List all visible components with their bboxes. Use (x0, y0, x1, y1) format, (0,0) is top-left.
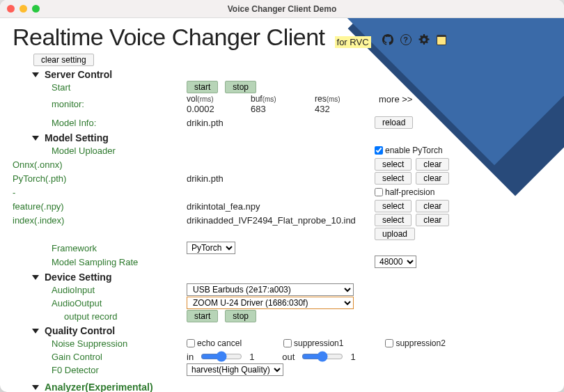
noise-suppression-label: Noise Suppression (13, 338, 187, 349)
stop-button[interactable]: stop (225, 81, 256, 93)
section-title-analyzer: Analyzer(Experimental) (45, 382, 153, 392)
clear-setting-button[interactable]: clear setting (33, 54, 94, 66)
app-window: Voice Changer Client Demo Realtime Voice… (0, 0, 564, 392)
subtitle-badge: for RVC (335, 36, 371, 48)
reload-button[interactable]: reload (375, 116, 413, 129)
chevron-down-icon[interactable] (32, 136, 39, 141)
framework-select[interactable]: PyTorch (187, 242, 235, 254)
onnx-clear-button[interactable]: clear (416, 158, 449, 171)
section-title-model: Model Setting (45, 132, 109, 143)
output-record-label: output record (13, 311, 187, 322)
f0-detector-label: F0 Detector (13, 365, 187, 375)
echo-cancel-checkbox[interactable] (187, 339, 195, 347)
buf-value: 683 (251, 104, 306, 114)
onnx-select-button[interactable]: select (375, 158, 412, 171)
audio-input-select[interactable]: USB Earbuds (2e17:a003) (187, 283, 354, 296)
start-label: Start (13, 82, 187, 93)
audio-input-label: AudioInput (13, 285, 187, 295)
window-title: Voice Changer Client Demo (0, 4, 564, 14)
pytorch-label: PyTorch(.pth) (13, 173, 187, 184)
pytorch-select-button[interactable]: select (375, 172, 412, 185)
model-info-label: Model Info: (13, 118, 187, 128)
feature-value: drikintotal_fea.npy (187, 201, 375, 212)
record-stop-button[interactable]: stop (225, 310, 256, 322)
trash-icon[interactable] (437, 35, 446, 45)
index-value: drikinadded_IVF2494_Flat_nprobe_10.ind (187, 215, 375, 226)
upload-button[interactable]: upload (375, 228, 415, 240)
pytorch-value: drikin.pth (187, 173, 375, 184)
gain-in-label: in (187, 352, 194, 362)
record-start-button[interactable]: start (187, 310, 218, 322)
chevron-down-icon[interactable] (32, 275, 39, 280)
page-title: Realtime Voice Changer Client (13, 24, 325, 51)
index-label: index(.index) (13, 215, 187, 226)
f0-detector-select[interactable]: harvest(High Quality) (187, 363, 283, 376)
res-header: res(ms) (315, 94, 370, 104)
suppression2-checkbox[interactable] (385, 339, 393, 347)
audio-output-label: AudioOutput (13, 298, 187, 308)
gain-control-label: Gain Control (13, 352, 187, 362)
model-uploader-label: Model Uploader (13, 146, 187, 156)
minimize-icon[interactable] (19, 5, 27, 13)
onnx-label: Onnx(.onnx) (13, 159, 187, 170)
more-link[interactable]: more >> (379, 94, 412, 104)
sampling-rate-select[interactable]: 48000 (375, 256, 416, 268)
chevron-down-icon[interactable] (32, 329, 39, 334)
feature-select-button[interactable]: select (375, 200, 412, 212)
monitor-label: monitor: (13, 99, 187, 109)
github-icon[interactable] (382, 34, 393, 45)
pytorch-clear-button[interactable]: clear (416, 172, 449, 185)
feature-clear-button[interactable]: clear (416, 200, 449, 212)
section-title-device: Device Setting (45, 272, 111, 283)
help-icon[interactable]: ? (400, 34, 412, 45)
gain-out-value: 1 (350, 352, 355, 362)
half-precision-checkbox[interactable] (375, 188, 383, 196)
index-select-button[interactable]: select (375, 214, 412, 226)
section-title-server: Server Control (45, 69, 112, 80)
buf-header: buf(ms) (251, 94, 306, 104)
suppression1-checkbox[interactable] (283, 339, 292, 347)
audio-output-select[interactable]: ZOOM U-24 Driver (1686:030f) (187, 297, 354, 309)
dash-label: - (13, 187, 187, 198)
index-clear-button[interactable]: clear (416, 214, 449, 226)
maximize-icon[interactable] (32, 5, 40, 13)
gain-out-label: out (282, 352, 295, 362)
enable-pytorch-checkbox[interactable] (375, 146, 383, 155)
gain-in-value: 1 (249, 352, 254, 362)
res-value: 432 (315, 104, 370, 114)
gain-out-slider[interactable] (301, 351, 343, 362)
sampling-rate-label: Model Sampling Rate (13, 257, 187, 267)
framework-label: Framework (13, 243, 187, 253)
close-icon[interactable] (7, 5, 15, 13)
start-button[interactable]: start (187, 81, 218, 93)
feature-label: feature(.npy) (13, 201, 187, 212)
section-title-quality: Quality Control (45, 325, 115, 336)
vol-value: 0.0002 (187, 104, 242, 114)
vol-header: vol(rms) (187, 94, 242, 104)
chevron-down-icon[interactable] (32, 72, 39, 77)
settings-icon[interactable] (418, 34, 430, 45)
model-info-value: drikin.pth (187, 118, 375, 128)
chevron-down-icon[interactable] (32, 385, 39, 390)
gain-in-slider[interactable] (201, 351, 242, 362)
titlebar: Voice Changer Client Demo (0, 0, 564, 18)
